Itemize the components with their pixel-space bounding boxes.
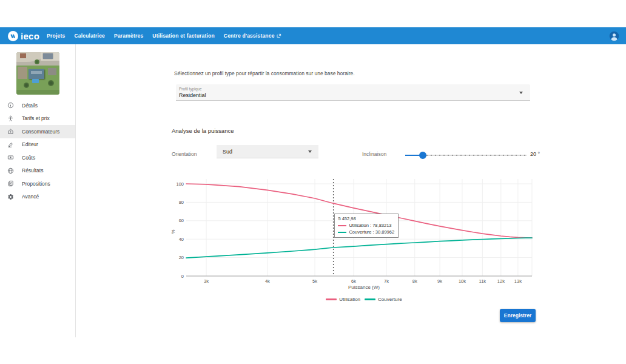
chevron-down-icon [519,92,523,94]
sidebar-item-editeur[interactable]: Editeur [0,138,75,152]
nav-item-centre-d-assistance[interactable]: Centre d'assistance [224,33,281,39]
y-tick-label: 0 [181,274,184,279]
person-icon [7,115,14,122]
x-tick-label: 12k [497,278,505,284]
home-icon [7,128,14,135]
section-title: Analyse de la puissance [172,127,234,134]
tooltip-row-label: Utilisation : 78,83213 [349,223,391,228]
nav-item-label: Projets [47,33,65,39]
x-tick-label: 4k [265,278,270,284]
sidebar-item-label: Résultats [22,167,43,174]
sidebar-item-r-sultats[interactable]: Résultats [0,164,75,178]
sidebar-item-propositions[interactable]: Propositions [0,177,75,190]
nav-item-label: Utilisation et facturation [152,33,215,39]
intro-text: Sélectionnez un profil type pour réparti… [174,70,355,76]
costs-icon [7,154,14,161]
y-tick-label: 40 [179,237,184,242]
orientation-value: Sud [223,149,232,155]
chart-legend: UtilisationCouverture [170,297,558,302]
profile-select-label: Profil typique [179,87,202,91]
profile-type-select[interactable]: Profil typique Residential [176,84,530,101]
sidebar-item-label: Propositions [22,181,50,187]
power-analysis-chart: 3k4k5k6k7k8k9k10k11k12k13k020406080100% … [170,175,558,285]
tooltip-series-swatch [338,232,346,233]
tooltip-title: 5 452,98 [338,216,394,221]
nav-item-label: Calculatrice [74,33,105,39]
inclinaison-label: Inclinaison [362,151,386,157]
info-icon [7,102,14,109]
sidebar-item-consommateurs[interactable]: Consommateurs [0,125,75,138]
sidebar-item-label: Consommateurs [22,129,59,135]
nav-item-calculatrice[interactable]: Calculatrice [74,33,105,39]
orientation-select[interactable]: Sud [217,145,318,158]
app-canvas: ieco ProjetsCalculatriceParamètresUtilis… [0,0,626,364]
user-avatar[interactable] [609,31,619,41]
legend-entry-utilisation[interactable]: Utilisation [326,297,360,302]
legend-swatch [326,298,337,300]
x-tick-label: 13k [514,278,522,284]
nav-item-param-tres[interactable]: Paramètres [114,33,143,39]
chart-tooltip: 5 452,98 Utilisation : 78,83213Couvertur… [334,214,399,238]
inclinaison-slider[interactable] [405,150,527,160]
tooltip-series-swatch [338,225,346,226]
x-tick-label: 3k [204,278,209,284]
sidebar-item-label: Editeur [22,141,38,147]
x-tick-label: 11k [479,278,486,284]
y-tick-label: 20 [179,255,184,260]
sidebar-item-d-tails[interactable]: Détails [0,99,75,112]
brand-mark-icon [8,31,18,41]
brand-logo[interactable]: ieco [8,31,39,41]
save-button[interactable]: Enregistrer [500,309,536,322]
external-link-icon [277,33,281,38]
x-tick-label: 9k [437,278,442,284]
sidebar-item-label: Tarifs et prix [22,115,50,121]
x-tick-label: 10k [459,278,466,284]
brand-name: ieco [21,31,39,41]
nav-item-label: Centre d'assistance [224,33,275,39]
x-tick-label: 6k [351,278,356,284]
profile-select-value: Residential [179,92,206,98]
globe-icon [7,167,14,174]
documents-icon [7,180,14,187]
x-tick-label: 5k [312,278,317,284]
legend-label: Couverture [378,297,402,302]
sidebar-item-label: Détails [22,103,38,109]
legend-swatch [365,298,375,300]
y-tick-label: 100 [176,181,184,187]
legend-label: Utilisation [339,297,360,302]
x-tick-label: 7k [384,278,389,284]
nav-menu: ProjetsCalculatriceParamètresUtilisation… [47,33,281,39]
nav-item-projets[interactable]: Projets [47,33,65,39]
nav-item-utilisation-et-facturation[interactable]: Utilisation et facturation [152,33,215,39]
y-tick-label: 60 [179,218,184,223]
sidebar-item-tarifs-et-prix[interactable]: Tarifs et prix [0,112,75,126]
tooltip-row: Utilisation : 78,83213 [338,223,394,228]
sidebar-item-avanc-[interactable]: Avancé [0,190,75,204]
sidebar-item-co-ts[interactable]: Coûts [0,151,75,164]
sidebar-item-label: Coûts [22,155,35,161]
x-axis-title: Puissance (W) [170,285,558,290]
gear-icon [7,194,14,200]
x-tick-label: 8k [412,278,417,284]
tooltip-row: Couverture : 30,89962 [338,229,394,235]
y-tick-label: 80 [179,200,184,205]
orientation-label: Orientation [172,151,197,157]
series-line-couverture[interactable] [186,238,532,258]
top-navbar: ieco ProjetsCalculatriceParamètresUtilis… [0,27,626,44]
sidebar-menu: DétailsTarifs et prixConsommateursEditeu… [0,99,75,203]
sidebar: DétailsTarifs et prixConsommateursEditeu… [0,44,76,337]
y-axis-title: % [170,229,176,234]
chevron-down-icon [308,150,312,153]
nav-item-label: Paramètres [114,33,143,39]
project-aerial-thumbnail[interactable] [16,52,59,95]
inclinaison-value: 20 ° [530,151,540,157]
tooltip-row-label: Couverture : 30,89962 [349,229,394,235]
slider-handle[interactable] [419,152,426,159]
sidebar-item-label: Avancé [22,194,39,200]
legend-entry-couverture[interactable]: Couverture [365,297,402,302]
edit-icon [7,141,14,148]
